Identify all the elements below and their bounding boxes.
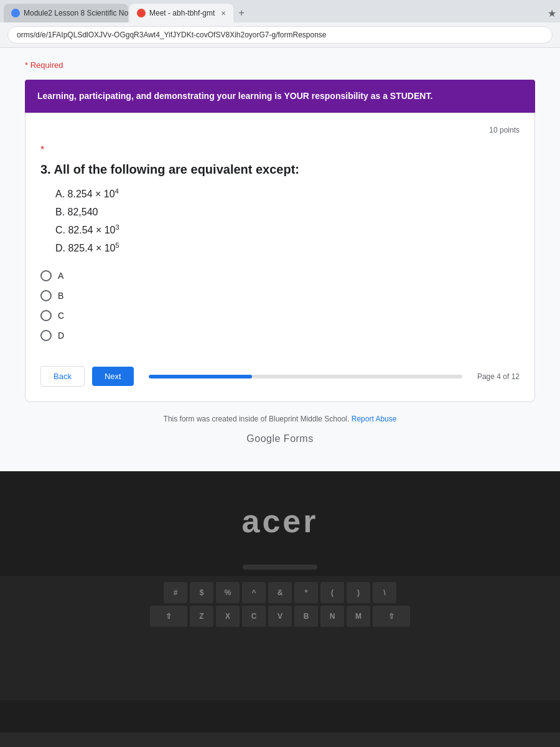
page-indicator: Page 4 of 12 <box>477 372 520 381</box>
google-forms-text: Google Forms <box>246 433 313 444</box>
question-number: 3. <box>40 162 51 176</box>
radio-circle-c <box>40 310 52 321</box>
option-d-text: D. 825.4 × 105 <box>55 240 520 258</box>
address-text: orms/d/e/1FAIpQLSdlOXJVv-OGgqR3Awt4_YifJ… <box>17 31 327 39</box>
key-shift-left[interactable]: ⇧ <box>150 606 187 627</box>
next-button[interactable]: Next <box>92 367 134 386</box>
key-ampersand[interactable]: & <box>268 582 292 603</box>
radio-circle-a <box>40 270 52 281</box>
tab-module2[interactable]: Module2 Lesson 8 Scientific No... ✕ <box>4 4 128 22</box>
tab-label-module2: Module2 Lesson 8 Scientific No... <box>24 9 128 17</box>
tab-icon-module2 <box>11 9 20 17</box>
tab-close-meet[interactable]: ✕ <box>221 10 226 17</box>
key-open-paren[interactable]: ( <box>320 582 344 603</box>
info-banner: Learning, participating, and demonstrati… <box>25 80 535 113</box>
radio-option-d[interactable]: D <box>40 330 520 341</box>
bookmark-star-button[interactable]: ★ <box>548 7 556 19</box>
radio-label-a: A <box>58 271 63 281</box>
google-forms-label: Google Forms <box>25 433 535 444</box>
exponent-a: 4 <box>115 187 119 195</box>
key-hash[interactable]: # <box>164 582 187 603</box>
acer-logo: acer <box>242 502 319 540</box>
footer-text: This form was created inside of Blueprin… <box>164 415 350 423</box>
key-v[interactable]: V <box>268 606 292 627</box>
key-n[interactable]: N <box>320 606 344 627</box>
key-dollar[interactable]: $ <box>190 582 213 603</box>
radio-circle-b <box>40 290 52 301</box>
keyboard-area: # $ % ^ & * ( ) \ ⇧ Z X C V B N M ⇧ <box>0 576 560 700</box>
exponent-d: 5 <box>116 242 119 249</box>
radio-circle-d <box>40 330 52 341</box>
option-a-text: A. 8.254 × 104 <box>55 186 520 204</box>
key-z[interactable]: Z <box>190 606 213 627</box>
required-asterisk: * <box>40 144 520 156</box>
required-label: * Required <box>25 60 535 70</box>
key-m[interactable]: M <box>347 606 370 627</box>
tab-icon-meet <box>137 9 146 17</box>
option-c-text: C. 82.54 × 103 <box>55 222 520 240</box>
progress-container <box>149 375 462 378</box>
keyboard-row-2: ⇧ Z X C V B N M ⇧ <box>150 606 410 627</box>
laptop-hinge <box>243 565 317 570</box>
radio-option-b[interactable]: B <box>40 290 520 301</box>
key-shift-right[interactable]: ⇧ <box>373 606 410 627</box>
page-content: * Required Learning, participating, and … <box>0 48 560 471</box>
address-bar[interactable]: orms/d/e/1FAIpQLSdlOXJVv-OGgqR3Awt4_YifJ… <box>7 26 553 44</box>
back-button[interactable]: Back <box>40 366 85 387</box>
radio-label-b: B <box>58 291 63 301</box>
points-label: 10 points <box>40 126 520 134</box>
tab-bar: Module2 Lesson 8 Scientific No... ✕ Meet… <box>0 0 560 22</box>
new-tab-button[interactable]: + <box>235 6 248 20</box>
question-text: 3. All of the following are equivalent e… <box>40 161 520 178</box>
key-close-paren[interactable]: ) <box>347 582 370 603</box>
laptop-body: acer # $ % ^ & * ( ) \ ⇧ Z X C V B N M ⇧ <box>0 471 560 733</box>
key-asterisk[interactable]: * <box>294 582 318 603</box>
radio-options: A B C D <box>40 270 520 341</box>
key-backslash[interactable]: \ <box>373 582 396 603</box>
key-c[interactable]: C <box>242 606 266 627</box>
key-x[interactable]: X <box>216 606 240 627</box>
exponent-c: 3 <box>116 223 119 231</box>
key-caret[interactable]: ^ <box>242 582 266 603</box>
nav-footer: Back Next Page 4 of 12 <box>40 356 520 387</box>
question-options-text: A. 8.254 × 104 B. 82,540 C. 82.54 × 103 … <box>55 186 520 258</box>
tab-label-meet: Meet - abh-tbhf-gmt <box>149 9 215 17</box>
radio-option-c[interactable]: C <box>40 310 520 321</box>
tab-meet[interactable]: Meet - abh-tbhf-gmt ✕ <box>129 4 233 22</box>
option-b-text: B. 82,540 <box>55 204 520 222</box>
progress-bar-fill <box>149 375 252 378</box>
radio-label-c: C <box>58 311 64 321</box>
question-card: 10 points * 3. All of the following are … <box>25 113 535 402</box>
form-footer: This form was created inside of Blueprin… <box>25 415 535 423</box>
question-body: All of the following are equivalent exce… <box>54 162 300 176</box>
report-abuse-link[interactable]: Report Abuse <box>352 415 397 423</box>
keyboard-row-1: # $ % ^ & * ( ) \ <box>164 582 396 603</box>
radio-label-d: D <box>58 331 64 341</box>
browser-chrome: Module2 Lesson 8 Scientific No... ✕ Meet… <box>0 0 560 48</box>
key-b[interactable]: B <box>294 606 318 627</box>
progress-bar-background <box>149 375 462 378</box>
address-bar-row: orms/d/e/1FAIpQLSdlOXJVv-OGgqR3Awt4_YifJ… <box>0 22 560 48</box>
radio-option-a[interactable]: A <box>40 270 520 281</box>
key-percent[interactable]: % <box>216 582 240 603</box>
